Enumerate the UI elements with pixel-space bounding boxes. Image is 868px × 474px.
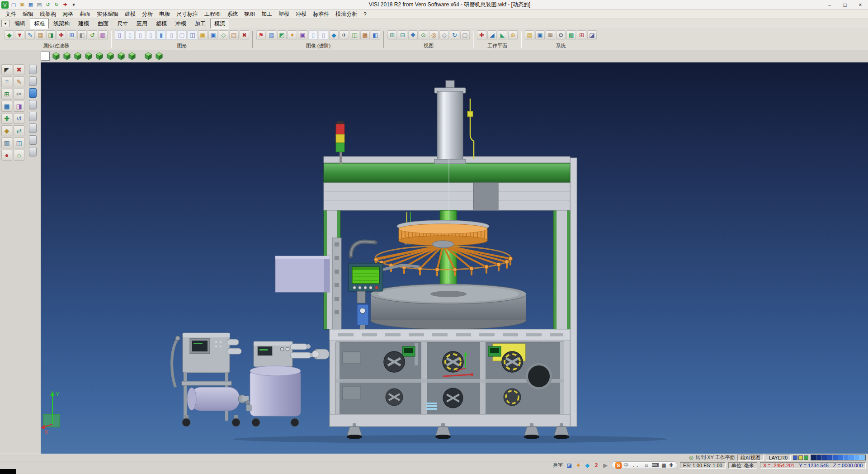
- toolbar-icon[interactable]: ⚑: [256, 30, 266, 40]
- toolbar-icon[interactable]: ◧: [371, 30, 380, 40]
- quick-access-icon[interactable]: ↺: [44, 1, 52, 9]
- view-mode-indicator[interactable]: 绝对视图: [737, 455, 764, 461]
- view-cube-icon[interactable]: [117, 52, 126, 61]
- palette-tool-icon[interactable]: ◨: [14, 101, 24, 112]
- toolbar-icon[interactable]: ◇: [219, 30, 228, 40]
- menu-item[interactable]: 模流分析: [333, 10, 360, 19]
- menu-item[interactable]: 线架构: [37, 10, 59, 19]
- menu-item[interactable]: 文件: [3, 10, 19, 19]
- toolbar-icon[interactable]: ✦: [288, 30, 297, 40]
- viewport-canvas[interactable]: Y X: [41, 62, 868, 454]
- palette-tool-icon[interactable]: ◤: [1, 64, 12, 75]
- mini-panel-icon[interactable]: [29, 100, 37, 109]
- mini-panel-icon[interactable]: [29, 88, 37, 98]
- menu-item[interactable]: 网格: [60, 10, 76, 19]
- toolbar-icon[interactable]: ⊕: [508, 30, 518, 40]
- ribbon-tab[interactable]: 应用: [132, 19, 151, 29]
- viewcube-blank-icon[interactable]: [41, 52, 50, 61]
- menu-item[interactable]: ?: [361, 11, 369, 18]
- toolbar-icon[interactable]: ✚: [408, 30, 418, 40]
- palette-tool-icon[interactable]: ✎: [14, 76, 24, 87]
- ribbon-tab[interactable]: 编辑: [10, 19, 29, 29]
- palette-tool-icon[interactable]: ✖: [14, 64, 24, 75]
- toolbar-icon[interactable]: ▯: [115, 30, 124, 40]
- quick-access-icon[interactable]: ▣: [19, 1, 26, 9]
- ribbon-tab[interactable]: 塑模: [152, 19, 171, 29]
- view-cube-icon[interactable]: [155, 52, 164, 61]
- toolbar-icon[interactable]: ◪: [587, 30, 597, 40]
- ime-toolbar-button[interactable]: 中: [623, 462, 629, 469]
- toolbar-icon[interactable]: ▢: [460, 30, 470, 40]
- view-cube-icon[interactable]: [144, 52, 153, 61]
- toolbar-icon[interactable]: ✈: [340, 30, 349, 40]
- toolbar-icon[interactable]: ◨: [46, 30, 56, 40]
- cart-tank-unit[interactable]: [245, 341, 314, 427]
- toolbar-icon[interactable]: ▯: [319, 30, 328, 40]
- toolbar-icon[interactable]: ◣: [498, 30, 507, 40]
- palette-tool-icon[interactable]: ◫: [14, 137, 24, 148]
- toolbar-icon[interactable]: ◎: [429, 30, 439, 40]
- minimize-button[interactable]: –: [822, 0, 837, 10]
- toolbar-icon[interactable]: ◫: [350, 30, 359, 40]
- menu-item[interactable]: 冲模: [293, 10, 309, 19]
- palette-tool-icon[interactable]: ⇄: [14, 125, 24, 136]
- toolbar-icon[interactable]: ▩: [360, 30, 370, 40]
- quick-access-icon[interactable]: ▢: [10, 1, 17, 9]
- toolbar-icon[interactable]: ▯: [125, 30, 135, 40]
- ime-toolbar-button[interactable]: ☺: [643, 463, 649, 468]
- view-cube-icon[interactable]: [106, 52, 115, 61]
- view-cube-icon[interactable]: [62, 52, 71, 61]
- toolbar-icon[interactable]: ◆: [5, 30, 14, 40]
- maximize-button[interactable]: □: [837, 0, 853, 10]
- ribbon-tab[interactable]: 模流: [210, 19, 229, 29]
- workplane-snap-icon[interactable]: ◎: [689, 455, 693, 460]
- toolbar-icon[interactable]: ▩: [566, 30, 576, 40]
- menu-item[interactable]: 编辑: [20, 10, 36, 19]
- toolbar-icon[interactable]: ✉: [546, 30, 555, 40]
- palette-tool-icon[interactable]: ▦: [1, 101, 12, 112]
- menu-item[interactable]: 视图: [241, 10, 258, 19]
- view-cube-icon[interactable]: [95, 52, 104, 61]
- toolbar-icon[interactable]: ▦: [267, 30, 276, 40]
- quick-access-icon[interactable]: ↻: [53, 1, 60, 9]
- mini-panel-icon[interactable]: [29, 147, 37, 156]
- quick-access-icon[interactable]: ▾: [70, 1, 77, 9]
- palette-tool-icon[interactable]: ↺: [14, 113, 24, 124]
- viewport-svg[interactable]: Y X: [41, 62, 868, 454]
- toolbar-icon[interactable]: ↻: [450, 30, 459, 40]
- toolbar-icon[interactable]: ▣: [198, 30, 208, 40]
- menu-item[interactable]: 曲面: [77, 10, 93, 19]
- ime-toolbar-button[interactable]: ▦: [661, 462, 666, 468]
- toolbar-icon[interactable]: ▣: [208, 30, 218, 40]
- toolbar-icon[interactable]: ◆: [329, 30, 339, 40]
- side-coupler[interactable]: [312, 349, 329, 359]
- toolbar-icon[interactable]: ▢: [177, 30, 187, 40]
- tray-icon[interactable]: ▶: [602, 462, 609, 469]
- toolbar-icon[interactable]: ↺: [88, 30, 97, 40]
- palette-tool-icon[interactable]: ◆: [1, 125, 12, 136]
- quick-access-icon[interactable]: ▤: [36, 1, 43, 9]
- palette-tool-icon[interactable]: ✚: [1, 113, 12, 124]
- mini-panel-icon[interactable]: [29, 112, 37, 121]
- menu-item[interactable]: 工程图: [202, 10, 223, 19]
- palette-tool-icon[interactable]: ✂: [14, 89, 24, 100]
- tray-icon[interactable]: ◆: [584, 462, 591, 469]
- toolbar-icon[interactable]: ✖: [240, 30, 249, 40]
- toolbar-icon[interactable]: ▯: [146, 30, 156, 40]
- toolbar-icon[interactable]: ◫: [188, 30, 197, 40]
- ribbon-tab[interactable]: 曲面: [94, 19, 113, 29]
- tray-icon[interactable]: 2: [593, 462, 600, 469]
- menu-item[interactable]: 标准件: [310, 10, 332, 19]
- palette-tool-icon[interactable]: ⊞: [1, 89, 12, 100]
- toolbar-icon[interactable]: ✚: [477, 30, 486, 40]
- ime-toolbar-button[interactable]: ⌨: [651, 462, 659, 468]
- menu-item[interactable]: 分析: [139, 10, 156, 19]
- menu-item[interactable]: 系统: [224, 10, 241, 19]
- toolbar-icon[interactable]: ▣: [298, 30, 307, 40]
- toolbar-icon[interactable]: ▼: [15, 30, 24, 40]
- menu-item[interactable]: 尺寸标注: [174, 10, 201, 19]
- toolbar-icon[interactable]: ◩: [277, 30, 287, 40]
- toolbar-icon[interactable]: ✚: [57, 30, 66, 40]
- mini-panel-icon[interactable]: [29, 135, 37, 145]
- ribbon-tab[interactable]: 加工: [191, 19, 210, 29]
